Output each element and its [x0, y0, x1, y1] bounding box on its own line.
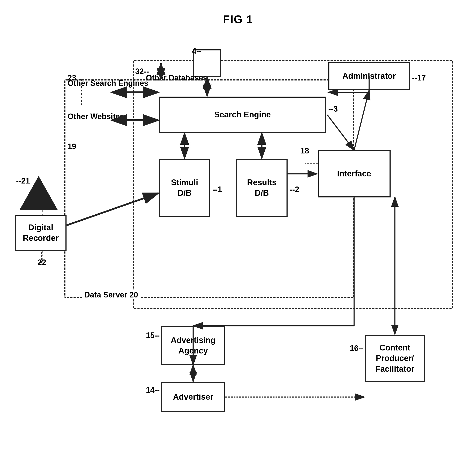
other-search-engines-label: Other Search Engines — [68, 78, 148, 88]
page-title: FIG 1 — [0, 13, 476, 26]
digital-recorder-box: Digital Recorder — [15, 215, 67, 251]
ref-17-label: --17 — [412, 73, 426, 83]
advertiser-box: Advertiser — [161, 382, 225, 412]
ref-21-label: --21 — [16, 176, 30, 186]
search-engine-box: Search Engine — [159, 97, 326, 133]
interface-box: Interface — [318, 150, 391, 197]
other-databases-label: Other Databases — [146, 73, 207, 83]
content-producer-box: Content Producer/ Facilitator — [365, 335, 425, 382]
ref-19-label: 19 — [68, 142, 76, 152]
results-db-box: Results D/B — [236, 159, 288, 217]
data-server-label: Data Server 20 — [83, 290, 140, 299]
stimuli-db-box: Stimuli D/B — [159, 159, 210, 217]
ref-16-label: 16-- — [350, 343, 364, 353]
administrator-box: Administrator — [328, 62, 410, 90]
other-websites-label: Other Websites — [68, 111, 124, 122]
ref-3-label: --3 — [328, 104, 338, 114]
ref-1-label: --1 — [212, 185, 222, 195]
ref-14-label: 14-- — [146, 385, 160, 395]
ref-18-label: 18 — [300, 146, 309, 156]
ref-2-label: --2 — [290, 185, 299, 195]
ref-22-label: 22 — [38, 257, 46, 268]
ref-15-label: 15-- — [146, 331, 160, 341]
advertising-agency-box: Advertising Agency — [161, 326, 225, 365]
ref-4-label: 4-- — [192, 46, 202, 56]
